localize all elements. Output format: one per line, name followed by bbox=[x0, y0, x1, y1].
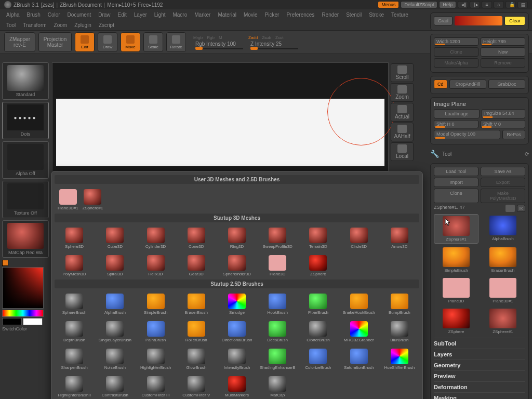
picker-item[interactable]: GlowBrush bbox=[177, 348, 216, 371]
picker-item[interactable]: ColorizeBrush bbox=[298, 348, 338, 371]
picker-item[interactable]: Cube3D bbox=[95, 227, 135, 250]
picker-item[interactable]: CustomFilter V bbox=[177, 375, 216, 398]
menu-alpha[interactable]: Alpha bbox=[3, 11, 23, 19]
picker-item[interactable]: Cylinder3D bbox=[136, 227, 175, 250]
picker-item[interactable]: Sphereinder3D bbox=[217, 254, 257, 277]
picker-item[interactable]: Helix3D bbox=[136, 254, 175, 277]
picker-item[interactable]: HighlighterBrushII bbox=[55, 375, 94, 398]
home-icon[interactable]: ⌂ bbox=[494, 1, 504, 8]
picker-item[interactable]: Cone3D bbox=[177, 227, 216, 250]
picker-item[interactable]: HueShifterBrush bbox=[380, 348, 419, 371]
nav-next-icon[interactable]: ‖▸ bbox=[470, 1, 480, 8]
alpha-preview[interactable]: Alpha Off bbox=[2, 141, 49, 179]
menu-icon[interactable]: ▤ bbox=[517, 1, 528, 8]
picker-item[interactable]: HookBrush bbox=[258, 292, 297, 316]
section-masking[interactable]: Masking bbox=[434, 392, 525, 399]
menu-stencil[interactable]: Stencil bbox=[343, 11, 365, 19]
picker-item[interactable]: BlurBrush bbox=[380, 320, 419, 343]
picker-item[interactable]: MRGBZGrabber bbox=[339, 320, 379, 343]
rgb-intensity-slider[interactable]: Rgb Intensity 100 bbox=[193, 41, 245, 49]
tool-item-plane3d1[interactable]: Plane3D#1 bbox=[481, 276, 525, 305]
menu-material[interactable]: Material bbox=[215, 11, 240, 19]
width-slider[interactable]: Width 1200 bbox=[434, 37, 478, 46]
color-picker[interactable] bbox=[2, 267, 44, 309]
picker-item[interactable]: ContrastBrush bbox=[95, 375, 135, 398]
opacity-slider[interactable]: Model Opacity 100 bbox=[434, 130, 500, 139]
grad-button[interactable]: Grad bbox=[434, 16, 453, 25]
picker-item[interactable]: Circle3D bbox=[339, 227, 379, 250]
menu-draw[interactable]: Draw bbox=[95, 11, 113, 19]
color-swatch[interactable] bbox=[2, 260, 8, 266]
r-button[interactable]: R bbox=[517, 205, 525, 212]
picker-item[interactable]: ShadingEnhancerB bbox=[258, 348, 297, 371]
picker-item[interactable]: SingleLayerBrush bbox=[95, 320, 135, 343]
section-layers[interactable]: Layers bbox=[434, 349, 525, 360]
picker-item[interactable]: Arrow3D bbox=[380, 227, 419, 250]
picker-item[interactable]: ZSphere bbox=[298, 254, 338, 277]
tool-item-zsphere[interactable]: ZSphere bbox=[434, 307, 478, 336]
texture-preview[interactable]: Texture Off bbox=[2, 181, 49, 218]
picker-item[interactable]: Smudge bbox=[217, 292, 257, 316]
picker-item[interactable]: DecoBrush bbox=[258, 320, 297, 343]
menu-document[interactable]: Document bbox=[64, 11, 95, 19]
picker-item[interactable]: Ring3D bbox=[217, 227, 257, 250]
aahalf-button[interactable]: AAHalf bbox=[391, 123, 414, 141]
user-item[interactable]: ZSphere#1 bbox=[82, 188, 104, 211]
tool-item-alphabrush[interactable]: AlphaBrush bbox=[481, 214, 525, 244]
stroke-preview[interactable]: ●●●●●Dots bbox=[2, 102, 49, 139]
loadtool-button[interactable]: Load Tool bbox=[434, 167, 478, 176]
picker-item[interactable]: SweepProfile3D bbox=[258, 227, 297, 250]
picker-item[interactable]: Spiral3D bbox=[95, 254, 135, 277]
menu-tool[interactable]: Tool bbox=[3, 21, 19, 29]
divider-icon[interactable]: ≡ bbox=[482, 1, 492, 8]
actual-button[interactable]: Actual bbox=[391, 103, 414, 122]
picker-item[interactable]: MatCap bbox=[258, 375, 297, 398]
zsub-toggle[interactable]: Zsub bbox=[262, 35, 271, 40]
zadd-toggle[interactable]: Zadd bbox=[248, 35, 258, 40]
switch-color-button[interactable]: SwitchColor bbox=[2, 326, 49, 331]
menu-layer[interactable]: Layer bbox=[131, 11, 150, 19]
tool-item-simplebrush[interactable]: SimpleBrush bbox=[434, 246, 478, 274]
edit-button[interactable]: Edit bbox=[75, 32, 95, 52]
menu-movie[interactable]: Movie bbox=[241, 11, 261, 19]
picker-item[interactable]: AlphaBrush bbox=[95, 292, 135, 316]
cd-button[interactable]: Cd bbox=[434, 79, 447, 89]
user-item[interactable]: Plane3D#1 bbox=[57, 188, 79, 211]
material-preview[interactable]: MatCap Red Wa bbox=[2, 220, 49, 258]
brush-preview[interactable]: Standard bbox=[2, 62, 49, 100]
hue-slider[interactable] bbox=[2, 310, 44, 317]
zscript-button[interactable]: DefaultZScript bbox=[401, 1, 437, 8]
tool-item-zsphere1[interactable]: ZSphere#1 bbox=[434, 214, 478, 244]
clear-button[interactable]: Clear bbox=[504, 16, 525, 25]
picker-item[interactable]: HighlighterBrush bbox=[136, 348, 175, 371]
menu-color[interactable]: Color bbox=[45, 11, 63, 19]
menu-picker[interactable]: Picker bbox=[262, 11, 283, 19]
picker-item[interactable]: MultiMarkers bbox=[217, 375, 257, 398]
picker-item[interactable]: IntensityBrush bbox=[217, 348, 257, 371]
menu-stroke[interactable]: Stroke bbox=[366, 11, 387, 19]
picker-item[interactable]: RollerBrush bbox=[177, 320, 216, 343]
tool-item-zsphere1b[interactable]: ZSphere#1 bbox=[481, 307, 525, 336]
help-button[interactable]: Help bbox=[439, 1, 456, 8]
picker-item[interactable]: EraserBrush bbox=[177, 292, 216, 316]
m-toggle[interactable]: M bbox=[219, 35, 222, 40]
picker-item[interactable]: PaintBrush bbox=[136, 320, 175, 343]
menu-texture[interactable]: Texture bbox=[388, 11, 411, 19]
polymesh-button[interactable]: Make PolyMesh3D bbox=[481, 189, 525, 203]
saveas-button[interactable]: Save As bbox=[481, 167, 525, 176]
color-a[interactable] bbox=[2, 318, 22, 325]
picker-item[interactable]: Gear3D bbox=[177, 254, 216, 277]
section-subtool[interactable]: SubTool bbox=[434, 338, 525, 349]
shifth-slider[interactable]: Shift H 0 bbox=[434, 120, 478, 128]
picker-item[interactable]: DirectionalBrush bbox=[217, 320, 257, 343]
repos-button[interactable]: RePos bbox=[502, 130, 525, 139]
picker-item[interactable]: ClonerBrush bbox=[298, 320, 338, 343]
picker-item[interactable]: CustomFilter III bbox=[136, 375, 175, 398]
shiftv-slider[interactable]: Shift V 0 bbox=[481, 120, 525, 128]
scale-button[interactable]: Scale bbox=[143, 32, 163, 52]
zmapper-button[interactable]: ZMapperrev-E bbox=[4, 32, 35, 52]
projection-master-button[interactable]: ProjectionMaster bbox=[38, 32, 72, 52]
picker-item[interactable]: Plane3D bbox=[258, 254, 297, 277]
z-intensity-slider[interactable]: Z Intensity 25 bbox=[248, 41, 300, 49]
picker-item[interactable]: Terrain3D bbox=[298, 227, 338, 250]
